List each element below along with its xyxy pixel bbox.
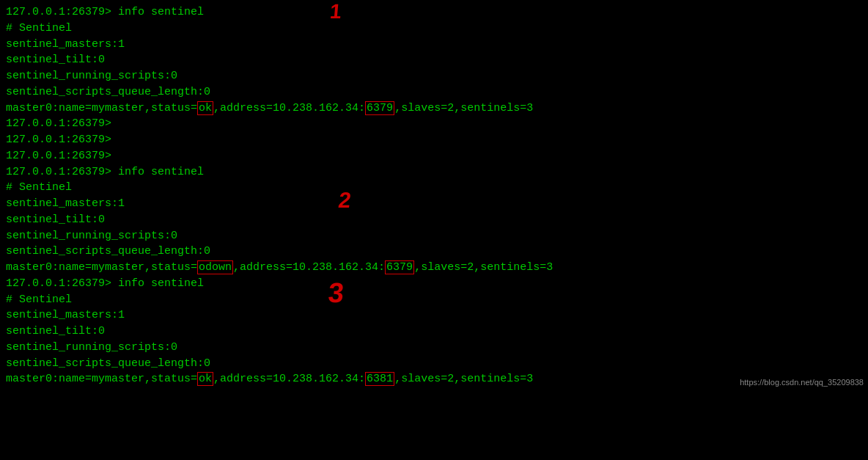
port-6381: 6381: [365, 372, 394, 386]
line-20: sentinel_masters:1: [6, 307, 862, 324]
prompt-3: 127.0.0.1:26379>: [6, 134, 111, 146]
line-12: # Sentinel: [6, 180, 862, 196]
port-6379-2: 6379: [385, 260, 414, 274]
comment-3: # Sentinel: [6, 293, 72, 306]
prompt-2: 127.0.0.1:26379>: [6, 117, 111, 130]
line-15: sentinel_running_scripts:0: [6, 228, 862, 244]
line-21: sentinel_tilt:0: [6, 324, 862, 340]
annotation-1: 1: [329, 1, 342, 22]
master-line-2: master0:name=mymaster,status=odown,addre…: [6, 260, 862, 276]
line-2: # Sentinel: [6, 21, 862, 37]
line-19: # Sentinel: [6, 292, 862, 308]
status-ok-3: ok: [197, 372, 213, 386]
line-23: sentinel_scripts_queue_length:0: [6, 356, 862, 372]
line-9: 127.0.0.1:26379>: [6, 132, 862, 148]
annotation-3: 3: [327, 279, 345, 307]
terminal: 127.0.0.1:26379> info sentinel # Sentine…: [0, 0, 868, 392]
prompt-6: 127.0.0.1:26379> info sentinel: [6, 277, 204, 290]
line-16: sentinel_scripts_queue_length:0: [6, 244, 862, 260]
master-line-3: master0:name=mymaster,status=ok,address=…: [6, 371, 862, 387]
line-3: sentinel_masters:1: [6, 37, 862, 53]
line-14: sentinel_tilt:0: [6, 212, 862, 228]
status-odown: odown: [197, 260, 233, 274]
comment-2: # Sentinel: [6, 181, 72, 194]
prompt-1: 127.0.0.1:26379> info sentinel: [6, 6, 210, 18]
line-22: sentinel_running_scripts:0: [6, 340, 862, 356]
line-11: 127.0.0.1:26379> info sentinel: [6, 164, 862, 180]
line-18: 127.0.0.1:26379> info sentinel: [6, 276, 862, 292]
line-10: 127.0.0.1:26379>: [6, 148, 862, 164]
line-6: sentinel_scripts_queue_length:0: [6, 84, 862, 101]
line-8: 127.0.0.1:26379>: [6, 116, 862, 132]
port-6379-1: 6379: [365, 101, 394, 115]
watermark: https://blog.csdn.net/qq_35209838: [740, 377, 864, 389]
prompt-4: 127.0.0.1:26379>: [6, 150, 111, 162]
line-5: sentinel_running_scripts:0: [6, 68, 862, 84]
master-line-1: master0:name=mymaster,status=ok,address=…: [6, 101, 862, 117]
comment-1: # Sentinel: [6, 22, 72, 34]
prompt-5: 127.0.0.1:26379> info sentinel: [6, 166, 210, 178]
line-4: sentinel_tilt:0: [6, 52, 862, 68]
status-ok-1: ok: [197, 101, 213, 115]
line-1: 127.0.0.1:26379> info sentinel: [6, 4, 862, 21]
line-13: sentinel_masters:1: [6, 196, 862, 212]
